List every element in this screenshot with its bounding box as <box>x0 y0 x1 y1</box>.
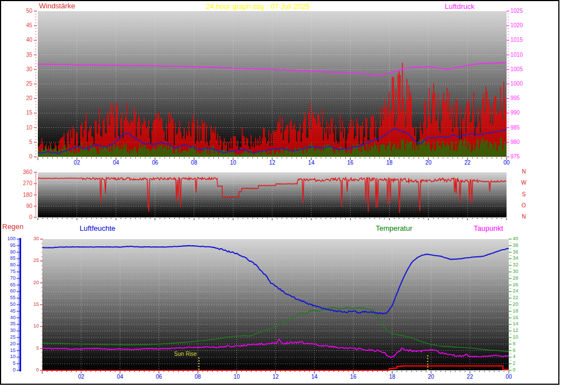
axis-tick-label: 18 <box>513 308 525 314</box>
axis-minor-tick <box>35 75 37 76</box>
axis-minor-tick <box>35 130 37 131</box>
axis-minor-tick <box>18 310 19 310</box>
axis-minor-tick <box>508 145 509 146</box>
axis-tick-label: 32 <box>513 262 525 267</box>
axis-minor-tick <box>508 66 509 67</box>
axis-minor-tick <box>508 116 509 116</box>
axis-tick-label: 80 <box>3 262 16 267</box>
axis-minor-tick <box>18 362 19 363</box>
x-axis-tick-label: 14 <box>309 374 320 380</box>
rain-axis-title: Regen <box>2 222 23 231</box>
axis-minor-tick <box>35 34 37 34</box>
x-axis-tick-label: 02 <box>76 374 87 380</box>
x-axis-tick-label: 10 <box>231 374 242 380</box>
axis-minor-tick <box>18 361 19 361</box>
axis-minor-tick <box>35 214 37 214</box>
axis-minor-tick <box>510 301 512 302</box>
axis-minor-tick <box>508 75 509 76</box>
axis-minor-tick <box>18 369 19 369</box>
axis-minor-tick <box>510 281 512 282</box>
axis-minor-tick <box>508 139 509 140</box>
axis-minor-tick <box>18 299 19 300</box>
axis-minor-tick <box>508 72 509 73</box>
compass-label: N <box>520 214 528 220</box>
axis-tick-label: 0 <box>17 153 32 160</box>
axis-minor-tick <box>35 78 37 78</box>
axis-minor-tick <box>35 61 37 61</box>
axis-minor-tick <box>18 249 19 250</box>
axis-tick-label: 24 <box>513 288 525 294</box>
axis-minor-tick <box>18 306 19 306</box>
axis-minor-tick <box>35 101 37 102</box>
x-axis-tick-label: 22 <box>464 374 475 380</box>
axis-minor-tick <box>508 37 509 38</box>
x-axis-tick-label: 12 <box>267 160 278 166</box>
axis-tick-label: 40 <box>3 315 16 320</box>
axis-minor-tick <box>508 107 509 107</box>
axis-minor-tick <box>35 122 37 122</box>
axis-minor-tick <box>510 242 512 242</box>
axis-minor-tick <box>35 175 37 175</box>
axis-minor-tick <box>508 92 509 93</box>
axis-minor-tick <box>18 316 19 317</box>
compass-label: W <box>520 180 528 186</box>
x-axis-tick-label: 04 <box>110 160 121 166</box>
x-axis-tick-label: 20 <box>425 374 436 380</box>
axis-minor-tick <box>35 116 37 116</box>
axis-tick-label: 25 <box>3 334 16 340</box>
axis-minor-tick <box>18 309 19 309</box>
axis-minor-tick <box>18 244 19 245</box>
axis-minor-tick <box>18 339 19 339</box>
axis-tick-label: 10 <box>26 323 39 329</box>
axis-minor-tick <box>510 334 512 335</box>
axis-minor-tick <box>18 323 19 324</box>
axis-minor-tick <box>35 190 37 190</box>
axis-minor-tick <box>18 312 19 313</box>
axis-minor-tick <box>35 188 37 189</box>
axis-minor-tick <box>508 118 509 119</box>
axis-tick-label: 985 <box>510 125 529 131</box>
axis-tick-label: 30 <box>17 66 32 72</box>
axis-minor-tick <box>18 276 19 276</box>
axis-tick-label: 5 <box>17 139 32 145</box>
axis-minor-tick <box>18 351 19 352</box>
axis-minor-tick <box>18 303 19 304</box>
axis-tick-label: 55 <box>3 295 16 300</box>
axis-minor-tick <box>508 101 509 102</box>
axis-minor-tick <box>18 262 19 263</box>
axis-minor-tick <box>508 122 509 122</box>
axis-tick-label: 180 <box>17 192 32 198</box>
axis-minor-tick <box>35 196 37 196</box>
axis-tick-label: 40 <box>513 236 525 241</box>
axis-minor-tick <box>18 348 19 348</box>
axis-minor-tick <box>35 173 37 174</box>
axis-minor-tick <box>35 104 37 105</box>
axis-tick-label: 65 <box>3 282 16 287</box>
axis-tick-label: 34 <box>513 255 525 261</box>
axis-minor-tick <box>508 63 509 64</box>
axis-minor-tick <box>508 46 509 46</box>
humidity-temperature-plot-area <box>42 239 509 370</box>
axis-minor-tick <box>510 367 512 368</box>
axis-minor-tick <box>18 333 19 334</box>
axis-minor-tick <box>18 282 19 282</box>
axis-minor-tick <box>508 28 509 29</box>
axis-minor-tick <box>18 366 19 366</box>
axis-minor-tick <box>508 14 509 14</box>
axis-tick-label: 15 <box>3 348 16 353</box>
axis-minor-tick <box>508 133 509 134</box>
axis-minor-tick <box>508 52 509 52</box>
axis-minor-tick <box>510 249 512 249</box>
axis-tick-label: 25 <box>17 81 32 87</box>
axis-tick-label: 90 <box>17 203 32 209</box>
axis-minor-tick <box>18 292 19 293</box>
axis-minor-tick <box>18 274 19 275</box>
wind-direction-plot-area <box>38 172 507 217</box>
axis-minor-tick <box>18 302 19 302</box>
axis-tick-label: 30 <box>3 328 16 333</box>
axis-minor-tick <box>508 22 509 23</box>
axis-tick-label: 36 <box>513 249 525 255</box>
x-axis-tick-label: 14 <box>306 160 317 166</box>
axis-minor-tick <box>18 240 19 241</box>
axis-minor-tick <box>18 332 19 333</box>
